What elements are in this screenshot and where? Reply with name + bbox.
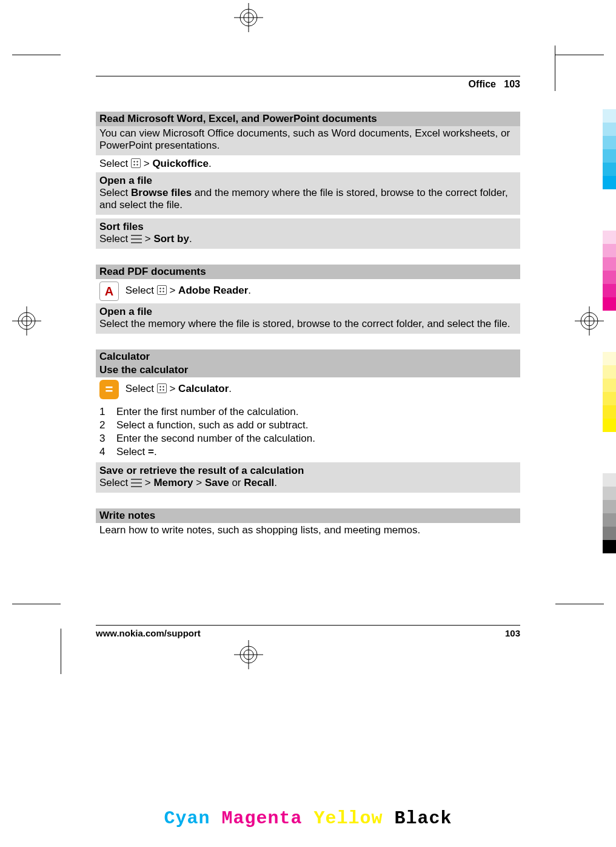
label-yellow: Yellow	[314, 808, 383, 829]
save-retrieve-body: Select > Memory > Save or Recall.	[99, 477, 277, 488]
calculator-icon: =	[99, 380, 119, 399]
select-calculator: = Select > Calculator.	[96, 377, 520, 402]
menu-icon	[131, 158, 141, 168]
open-pdf-heading: Open a file	[99, 305, 517, 318]
section-title-quickoffice: Read Microsoft Word, Excel, and PowerPoi…	[96, 112, 520, 126]
sort-files-heading: Sort files	[99, 220, 517, 233]
step-2: Select a function, such as add or subtra…	[99, 419, 517, 432]
open-pdf-body: Select the memory where the file is stor…	[99, 318, 511, 329]
crop-mark	[12, 604, 61, 604]
open-file-heading: Open a file	[99, 174, 517, 187]
open-file-body: Select Browse files and the memory where…	[99, 187, 508, 211]
section-title-calculator: Calculator	[96, 349, 520, 364]
page-footer: www.nokia.com/support 103	[96, 626, 520, 656]
notes-body: Learn how to write notes, such as shoppi…	[99, 524, 420, 536]
options-icon	[131, 479, 142, 487]
registration-mark-icon	[234, 3, 263, 32]
step-1: Enter the first number of the calculatio…	[99, 405, 517, 419]
label-cyan: Cyan	[164, 808, 210, 829]
adobe-reader-icon: A	[99, 282, 119, 301]
page-content: Office 103 Read Microsoft Word, Excel, a…	[96, 46, 520, 656]
header-page: 103	[504, 79, 520, 89]
label-magenta: Magenta	[221, 808, 302, 829]
menu-icon	[157, 383, 167, 393]
footer-url: www.nokia.com/support	[96, 628, 201, 638]
select-quickoffice: Select > Quickoffice.	[96, 155, 520, 172]
page-header: Office 103	[96, 79, 520, 96]
options-icon	[131, 235, 142, 243]
select-adobe: A Select > Adobe Reader.	[96, 279, 520, 303]
use-calculator-heading: Use the calculator	[96, 363, 520, 377]
sort-files-body: Select > Sort by.	[99, 233, 192, 245]
intro-text: You can view Microsoft Office documents,…	[99, 127, 517, 152]
step-3: Enter the second number of the calculati…	[99, 432, 517, 445]
menu-icon	[157, 285, 167, 295]
label-black: Black	[395, 808, 452, 829]
section-title-notes: Write notes	[96, 508, 520, 523]
header-section: Office	[469, 79, 496, 89]
calculator-steps: Enter the first number of the calculatio…	[96, 402, 520, 462]
save-retrieve-heading: Save or retrieve the result of a calcula…	[99, 464, 517, 477]
section-title-pdf: Read PDF documents	[96, 265, 520, 279]
crop-mark	[555, 604, 604, 604]
step-4: Select =.	[99, 445, 517, 459]
footer-page: 103	[505, 628, 520, 638]
cmyk-labels: Cyan Magenta Yellow Black	[0, 808, 616, 829]
